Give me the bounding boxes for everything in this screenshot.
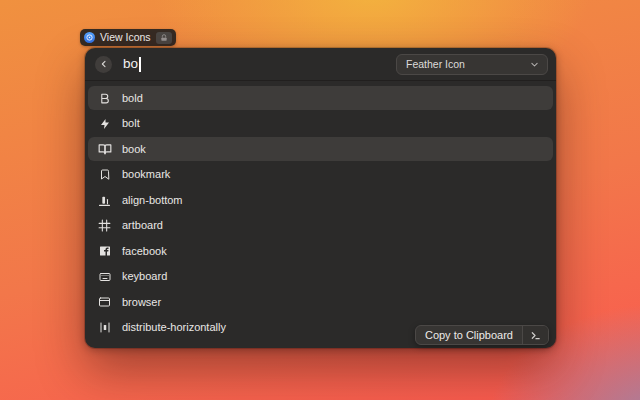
view-icons-window: bo Feather Icon bold bolt book bookmark … <box>85 48 556 348</box>
back-button[interactable] <box>95 56 112 73</box>
list-item-label: book <box>122 144 146 155</box>
list-item-label: facebook <box>122 246 167 257</box>
lock-icon <box>156 32 172 44</box>
list-item-bookmark[interactable]: bookmark <box>88 163 553 187</box>
icon-set-dropdown-value: Feather Icon <box>406 58 465 70</box>
list-item-bolt[interactable]: bolt <box>88 112 553 136</box>
list-item-label: browser <box>122 297 161 308</box>
command-badge-label: View Icons <box>100 32 151 43</box>
list-item-label: artboard <box>122 220 163 231</box>
search-query-text: bo <box>123 57 138 71</box>
list-item-keyboard[interactable]: keyboard <box>88 265 553 289</box>
list-item-label: keyboard <box>122 271 167 282</box>
chevron-left-icon <box>100 60 108 68</box>
icon-set-dropdown[interactable]: Feather Icon <box>396 54 548 75</box>
bold-icon <box>97 91 112 106</box>
book-icon <box>97 142 112 157</box>
list-item-align-bottom[interactable]: align-bottom <box>88 188 553 212</box>
copy-to-clipboard-label: Copy to Clipboard <box>416 326 522 344</box>
list-item-book[interactable]: book <box>88 137 553 161</box>
align-bottom-icon <box>97 193 112 208</box>
command-badge: View Icons <box>80 29 176 46</box>
facebook-icon <box>97 244 112 259</box>
list-item-label: distribute-horizontally <box>122 322 226 333</box>
list-item-label: bold <box>122 93 143 104</box>
list-item-label: bolt <box>122 118 140 129</box>
artboard-icon <box>97 218 112 233</box>
text-caret <box>139 57 141 72</box>
list-item-facebook[interactable]: facebook <box>88 239 553 263</box>
browser-icon <box>97 295 112 310</box>
list-item-artboard[interactable]: artboard <box>88 214 553 238</box>
view-icons-app-icon <box>84 32 95 43</box>
chevron-down-icon <box>530 60 539 69</box>
bookmark-icon <box>97 167 112 182</box>
copy-to-clipboard-button[interactable]: Copy to Clipboard <box>415 325 549 345</box>
keyboard-icon <box>97 269 112 284</box>
list-item-bold[interactable]: bold <box>88 86 553 110</box>
list-item-label: bookmark <box>122 169 170 180</box>
search-bar: bo Feather Icon <box>85 48 556 81</box>
icon-list: bold bolt book bookmark align-bottom art… <box>85 81 556 340</box>
list-item-label: align-bottom <box>122 195 183 206</box>
bolt-icon <box>97 116 112 131</box>
terminal-prompt-icon <box>522 326 548 344</box>
distribute-horizontally-icon <box>97 320 112 335</box>
list-item-browser[interactable]: browser <box>88 290 553 314</box>
search-input[interactable]: bo <box>123 57 396 72</box>
